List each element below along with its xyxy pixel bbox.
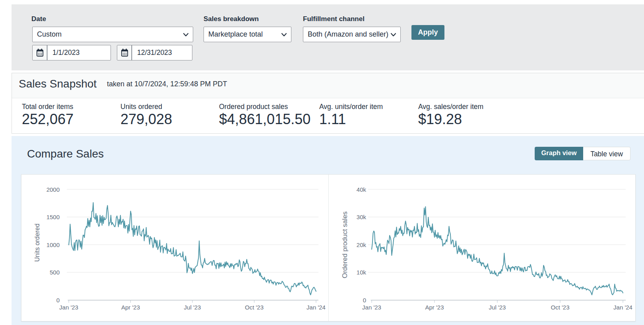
svg-text:500: 500 bbox=[50, 269, 60, 276]
svg-text:0: 0 bbox=[363, 297, 366, 304]
svg-text:10k: 10k bbox=[357, 269, 367, 276]
svg-text:2000: 2000 bbox=[47, 186, 60, 193]
svg-text:Ordered product sales: Ordered product sales bbox=[341, 211, 349, 278]
svg-text:0: 0 bbox=[56, 297, 60, 304]
svg-text:1500: 1500 bbox=[47, 214, 60, 220]
svg-text:Oct '23: Oct '23 bbox=[245, 304, 264, 311]
svg-text:Units ordered: Units ordered bbox=[34, 224, 41, 262]
svg-text:Jan '24: Jan '24 bbox=[613, 304, 632, 311]
svg-text:40k: 40k bbox=[357, 186, 367, 193]
svg-text:1000: 1000 bbox=[47, 241, 60, 248]
svg-text:Jan '23: Jan '23 bbox=[362, 304, 381, 311]
svg-text:Apr '23: Apr '23 bbox=[425, 304, 444, 311]
svg-text:Apr '23: Apr '23 bbox=[121, 304, 140, 311]
svg-text:Jan '24: Jan '24 bbox=[306, 304, 326, 311]
svg-text:Oct '23: Oct '23 bbox=[551, 304, 569, 311]
svg-text:30k: 30k bbox=[357, 214, 367, 220]
svg-text:Jul '23: Jul '23 bbox=[489, 304, 506, 311]
svg-text:Jan '23: Jan '23 bbox=[59, 304, 78, 311]
svg-text:Jul '23: Jul '23 bbox=[184, 304, 201, 311]
svg-text:20k: 20k bbox=[357, 241, 367, 248]
